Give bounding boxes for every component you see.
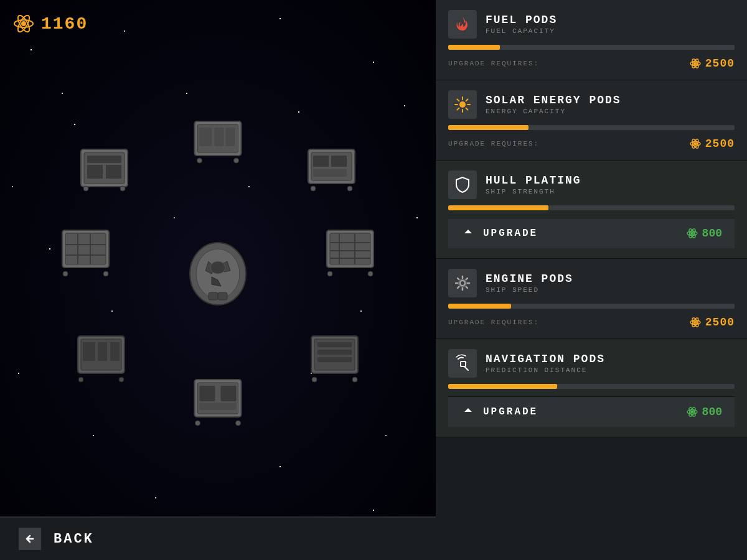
ship-module-bottom-left [72,333,131,386]
svg-point-37 [312,377,317,382]
card-icon-navigation-pods [448,349,477,378]
card-header-navigation-pods: NAVIGATION PODS PREDICTION DISTANCE [448,349,735,378]
svg-line-96 [464,366,468,370]
svg-rect-42 [221,386,237,401]
ship-center [177,233,258,314]
svg-rect-63 [87,156,121,163]
progress-bar-engine-pods [448,304,735,309]
svg-point-31 [368,271,373,276]
cost-label-engine-pods: UPGRADE REQUIRES: [448,319,539,326]
upgrade-card-navigation-pods: NAVIGATION PODS PREDICTION DISTANCE UPGR… [436,339,747,437]
svg-point-60 [103,271,108,276]
cost-row-fuel-pods: UPGRADE REQUIRES: 2500 [448,57,735,70]
card-icon-solar-energy-pods [448,90,477,119]
svg-line-79 [466,100,468,101]
cost-number-fuel-pods: 2500 [705,57,735,70]
svg-point-14 [197,158,202,163]
currency-amount: 1160 [41,14,88,34]
cost-label-fuel-pods: UPGRADE REQUIRES: [448,60,539,67]
card-title-solar-energy-pods: SOLAR ENERGY PODS [486,94,735,106]
svg-point-97 [690,411,693,414]
svg-point-91 [693,321,697,324]
card-icon-engine-pods [448,269,477,297]
svg-rect-19 [331,156,347,167]
upgrade-btn-text-navigation-pods: UPGRADE [483,406,538,418]
svg-rect-43 [200,403,237,410]
svg-point-81 [693,142,697,146]
ship-module-top-right [302,146,361,199]
upgrade-btn-cost-value-hull-plating: 800 [702,227,722,240]
card-header-solar-energy-pods: SOLAR ENERGY PODS ENERGY CAPACITY [448,90,735,119]
cost-row-solar-energy-pods: UPGRADE REQUIRES: 2500 [448,138,735,150]
ship-module-left [56,227,115,280]
card-header-fuel-pods: FUEL PODS FUEL CAPACITY [448,10,735,39]
svg-rect-54 [65,233,106,264]
upgrade-card-engine-pods: ENGINE PODS SHIP SPEED UPGRADE REQUIRES:… [436,259,747,339]
currency-display: 1160 [12,12,88,35]
svg-rect-18 [313,156,329,167]
progress-fill-fuel-pods [448,45,500,50]
cost-value-fuel-pods: 2500 [689,57,735,70]
svg-rect-20 [313,169,347,177]
card-header-hull-plating: HULL PLATING SHIP STRENGTH [448,170,735,199]
upgrade-card-solar-energy-pods: SOLAR ENERGY PODS ENERGY CAPACITY UPGRAD… [436,80,747,161]
back-arrow-icon [19,528,41,550]
progress-bar-hull-plating [448,205,735,210]
progress-fill-navigation-pods [448,384,557,389]
svg-point-72 [459,101,466,108]
svg-point-52 [119,377,124,382]
right-panel: FUEL PODS FUEL CAPACITY UPGRADE REQUIRES… [436,0,747,560]
cost-label-solar-energy-pods: UPGRADE REQUIRES: [448,140,539,147]
svg-rect-41 [200,386,215,401]
card-subtitle-solar-energy-pods: ENERGY CAPACITY [486,108,735,115]
card-titles-fuel-pods: FUEL PODS FUEL CAPACITY [486,14,735,35]
upgrade-btn-cost-navigation-pods: 800 [686,406,722,418]
card-subtitle-engine-pods: SHIP SPEED [486,286,735,294]
card-title-fuel-pods: FUEL PODS [486,14,735,26]
ship-module-top [189,118,248,171]
cost-number-engine-pods: 2500 [705,316,735,329]
svg-point-6 [210,261,225,274]
upgrade-arrow-icon [461,404,476,419]
ship-ring [56,112,380,436]
card-title-hull-plating: HULL PLATING [486,174,735,187]
svg-line-77 [458,100,459,101]
upgrade-arrow-icon [461,226,476,241]
progress-fill-solar-energy-pods [448,125,529,130]
svg-point-68 [693,62,697,65]
upgrade-button-navigation-pods[interactable]: UPGRADE 800 [448,396,735,427]
svg-point-89 [460,281,465,286]
upgrade-btn-left-hull-plating: UPGRADE [461,226,538,241]
card-subtitle-fuel-pods: FUEL CAPACITY [486,27,735,35]
svg-point-0 [21,21,26,26]
svg-point-15 [234,158,239,163]
card-titles-engine-pods: ENGINE PODS SHIP SPEED [486,273,735,294]
ship-module-top-left [75,146,134,199]
upgrade-card-hull-plating: HULL PLATING SHIP STRENGTH UPGRADE [436,161,747,259]
svg-rect-95 [461,362,466,366]
back-button[interactable]: BACK [0,516,436,560]
upgrade-button-hull-plating[interactable]: UPGRADE 800 [448,218,735,248]
upgrade-btn-cost-value-navigation-pods: 800 [702,406,722,418]
svg-point-51 [78,377,83,382]
svg-rect-64 [87,165,103,179]
upgrade-btn-cost-hull-plating: 800 [686,227,722,240]
progress-bar-solar-energy-pods [448,125,735,130]
card-titles-hull-plating: HULL PLATING SHIP STRENGTH [486,174,735,195]
card-icon-fuel-pods [448,10,477,39]
card-titles-solar-energy-pods: SOLAR ENERGY PODS ENERGY CAPACITY [486,94,735,115]
svg-rect-35 [317,350,352,355]
ship-area [25,50,411,498]
svg-rect-49 [98,342,107,361]
card-title-navigation-pods: NAVIGATION PODS [486,353,735,365]
svg-point-45 [236,421,241,426]
svg-point-67 [120,186,125,191]
svg-point-85 [690,232,693,235]
upgrade-btn-left-navigation-pods: UPGRADE [461,404,538,419]
cost-value-solar-energy-pods: 2500 [689,138,735,150]
back-button-label: BACK [54,531,94,547]
svg-rect-8 [218,292,227,300]
svg-rect-12 [215,128,224,146]
ship-module-bottom-right [305,333,364,386]
svg-point-44 [195,421,200,426]
